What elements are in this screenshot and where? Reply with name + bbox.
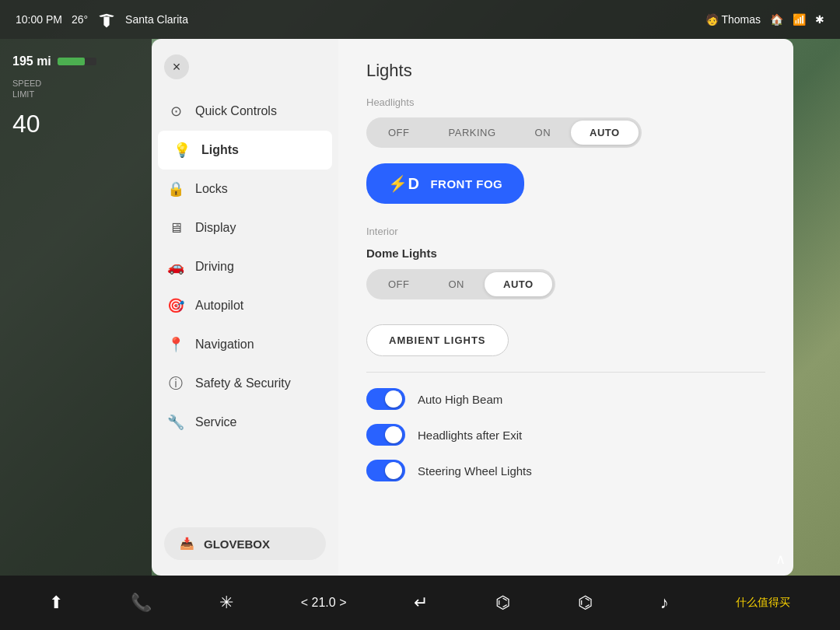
driving-icon: 🚗: [167, 258, 184, 275]
bluetooth-icon: ✱: [815, 13, 824, 26]
status-right: 🧑 Thomas 🏠 📶 ✱: [420, 13, 824, 26]
battery-bar: [58, 58, 96, 65]
panel-container: × ⊙ Quick Controls 💡 Lights 🔒 Locks 🖥 Di…: [152, 39, 793, 576]
headlights-after-exit-label: Headlights after Exit: [418, 429, 522, 442]
taskbar-music[interactable]: ♪: [654, 586, 675, 619]
navigation-icon: 📍: [167, 336, 184, 353]
taskbar-phone[interactable]: 📞: [124, 586, 158, 619]
ambient-lights-button[interactable]: AMBIENT LIGHTS: [366, 324, 509, 356]
safety-icon: ⓘ: [167, 375, 184, 392]
interior-label: Interior: [366, 226, 765, 237]
headlights-on-btn[interactable]: ON: [516, 121, 570, 145]
scroll-up-arrow[interactable]: ∧: [775, 551, 786, 568]
auto-high-beam-toggle[interactable]: [366, 388, 405, 410]
sidebar-item-quick-controls[interactable]: ⊙ Quick Controls: [152, 92, 338, 131]
steering-wheel-lights-toggle[interactable]: [366, 460, 405, 481]
home-icon: 🏠: [770, 13, 783, 26]
fog-icon: ⚡D: [388, 174, 419, 193]
service-icon: 🔧: [167, 414, 184, 431]
dome-off-btn[interactable]: OFF: [369, 272, 429, 296]
sidebar-item-service[interactable]: 🔧 Service: [152, 403, 338, 442]
main-content: Lights Headlights OFF PARKING ON AUTO ⚡D…: [338, 39, 793, 576]
speed-limit-label: SPEEDLIMIT: [12, 78, 139, 100]
sidebar-item-locks[interactable]: 🔒 Locks: [152, 170, 338, 208]
left-panel: 195 mi SPEEDLIMIT 40: [0, 39, 152, 576]
taskbar-expand[interactable]: ⬆: [43, 586, 69, 619]
headlights-off-btn[interactable]: OFF: [369, 121, 429, 145]
dome-auto-btn[interactable]: AUTO: [485, 272, 552, 296]
sidebar-item-navigation[interactable]: 📍 Navigation: [152, 325, 338, 364]
sidebar-item-driving[interactable]: 🚗 Driving: [152, 247, 338, 286]
lights-icon: 💡: [173, 142, 191, 159]
status-user: 🧑 Thomas: [705, 13, 761, 26]
steering-wheel-lights-row: Steering Wheel Lights: [366, 460, 765, 481]
mileage-display: 195 mi: [12, 54, 139, 68]
headlights-after-exit-row: Headlights after Exit: [366, 424, 765, 446]
headlights-parking-btn[interactable]: PARKING: [430, 121, 515, 145]
interior-section: Dome Lights OFF ON AUTO AMBIENT LIGHTS: [366, 247, 765, 356]
auto-high-beam-label: Auto High Beam: [418, 393, 502, 406]
taskbar-wiper1[interactable]: ⌬: [489, 586, 516, 619]
taskbar-wiper2[interactable]: ⌬: [572, 586, 599, 619]
taskbar-fan[interactable]: ✳: [213, 586, 240, 619]
sidebar-item-safety[interactable]: ⓘ Safety & Security: [152, 364, 338, 403]
status-left: 10:00 PM 26° Santa Clarita: [16, 10, 420, 29]
display-icon: 🖥: [167, 219, 184, 236]
sidebar-item-display[interactable]: 🖥 Display: [152, 208, 338, 247]
tesla-logo-icon: [97, 10, 116, 29]
status-bar: 10:00 PM 26° Santa Clarita 🧑 Thomas 🏠 📶 …: [0, 0, 840, 39]
speed-display: 40: [12, 110, 139, 138]
headlights-auto-btn[interactable]: AUTO: [571, 121, 639, 145]
cn-label: 什么值得买: [730, 590, 796, 616]
dome-lights-label: Dome Lights: [366, 247, 765, 260]
close-button[interactable]: ×: [164, 54, 189, 79]
page-title: Lights: [366, 61, 765, 81]
quick-controls-icon: ⊙: [167, 103, 184, 120]
headlights-after-exit-toggle[interactable]: [366, 424, 405, 446]
glovebox-button[interactable]: 📥 GLOVEBOX: [164, 527, 326, 560]
dome-lights-segmented-control: OFF ON AUTO: [366, 269, 555, 299]
taskbar-media[interactable]: ↵: [408, 586, 434, 619]
taskbar: ⬆ 📞 ✳ < 21.0 > ↵ ⌬ ⌬ ♪ 什么值得买: [0, 576, 840, 630]
sidebar-item-autopilot[interactable]: 🎯 Autopilot: [152, 286, 338, 325]
glovebox-icon: 📥: [180, 537, 194, 551]
taskbar-temp[interactable]: < 21.0 >: [295, 590, 353, 616]
auto-high-beam-row: Auto High Beam: [366, 388, 765, 410]
locks-icon: 🔒: [167, 180, 184, 198]
sidebar-item-lights[interactable]: 💡 Lights: [158, 131, 332, 170]
dome-on-btn[interactable]: ON: [430, 272, 484, 296]
status-temp: 26°: [72, 13, 88, 26]
divider: [366, 372, 765, 373]
status-time: 10:00 PM: [16, 13, 62, 26]
sidebar: × ⊙ Quick Controls 💡 Lights 🔒 Locks 🖥 Di…: [152, 39, 338, 576]
wifi-icon: 📶: [793, 13, 806, 26]
battery-fill: [58, 58, 85, 65]
headlights-segmented-control: OFF PARKING ON AUTO: [366, 117, 642, 148]
front-fog-button[interactable]: ⚡D FRONT FOG: [366, 163, 524, 204]
autopilot-icon: 🎯: [167, 297, 184, 314]
steering-wheel-lights-label: Steering Wheel Lights: [418, 464, 532, 478]
headlights-label: Headlights: [366, 96, 765, 108]
status-location: Santa Clarita: [125, 13, 188, 26]
